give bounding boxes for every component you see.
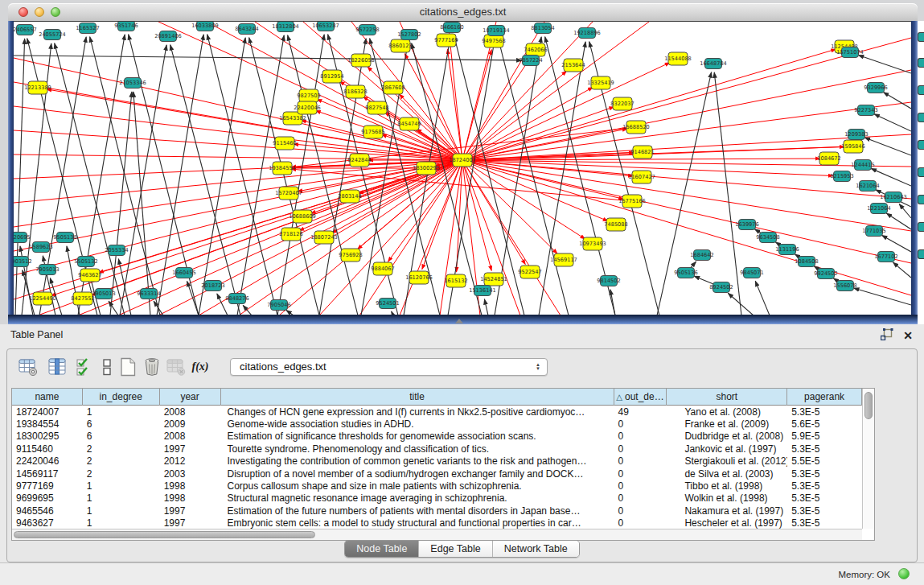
table-row[interactable]: 946362711997Embryonic stem cells: a mode… (12, 517, 862, 529)
graph-node[interactable]: 9884067 (371, 262, 394, 275)
graph-node[interactable]: 13325419 (587, 76, 614, 89)
graph-node[interactable]: 1639976 (735, 220, 758, 230)
graph-node[interactable]: 15775166 (618, 195, 646, 208)
graph-node[interactable]: 2520695 (14, 233, 31, 243)
table-mode-icon[interactable] (17, 355, 39, 379)
graph-node[interactable]: 11607427 (628, 171, 655, 183)
show-columns-icon[interactable] (46, 355, 68, 379)
graph-node[interactable]: 16648784 (700, 59, 727, 69)
graph-node[interactable]: 8860123 (388, 39, 412, 52)
graph-node[interactable]: 8813054 (531, 23, 554, 34)
graph-node[interactable]: 1589623 (29, 242, 52, 253)
graph-node[interactable]: 12213389 (24, 81, 51, 94)
graph-node[interactable]: 10973493 (579, 237, 606, 250)
network-canvas[interactable]: 1872400788601231822605889129549827503165… (14, 21, 911, 315)
tab-node-table[interactable]: Node Table (345, 541, 418, 557)
graph-node[interactable]: 1084672 (817, 152, 840, 165)
graph-node[interactable]: 9146821 (630, 146, 654, 159)
graph-node[interactable]: 8322037 (610, 97, 634, 110)
graph-node[interactable]: 7485088 (604, 218, 627, 231)
graph-node[interactable]: 18724007 (449, 154, 476, 167)
graph-node[interactable]: 14524851 (480, 273, 507, 286)
graph-node[interactable]: 9522547 (518, 266, 541, 278)
graph-node[interactable]: 9463627 (78, 269, 101, 282)
graph-node[interactable]: 19218896 (573, 28, 601, 39)
column-header-in_degree[interactable]: in_degree (83, 389, 160, 406)
graph-node[interactable]: 1660455 (172, 268, 195, 278)
table-selector[interactable]: citations_edges.txt ▲▼ (230, 358, 548, 376)
graph-node[interactable]: 21053346 (119, 78, 146, 89)
graph-node[interactable]: 2018723 (201, 281, 224, 291)
graph-node[interactable]: 9756928 (339, 249, 362, 262)
graph-node[interactable]: 8848276 (225, 294, 248, 304)
graph-node[interactable]: 8186328 (343, 85, 367, 98)
graph-node[interactable]: 9845071 (740, 268, 763, 278)
graph-node[interactable]: 1677102 (874, 252, 897, 262)
graph-node[interactable]: 19384554 (269, 162, 296, 175)
graph-node[interactable]: 18807243 (310, 231, 338, 244)
graph-node[interactable]: 2055334 (105, 245, 128, 256)
graph-node[interactable]: 1621064 (856, 181, 879, 192)
vertical-scrollbar[interactable] (862, 389, 874, 529)
graph-node[interactable]: 9524501 (376, 299, 399, 309)
graph-node[interactable]: 9634508 (756, 233, 779, 243)
graph-node[interactable]: 2803144 (338, 190, 361, 203)
graph-node[interactable]: 10653287 (312, 22, 339, 31)
table-row[interactable]: 1938455462009Genome-wide association stu… (12, 418, 862, 430)
function-builder-icon[interactable]: f(x) (189, 355, 211, 379)
delete-column-icon[interactable] (141, 355, 163, 379)
graph-node[interactable]: 12254490 (29, 292, 56, 305)
graph-node[interactable]: 9633314 (137, 289, 160, 299)
graph-node[interactable]: 9497568 (482, 35, 505, 47)
graph-node[interactable]: 15720407 (275, 187, 302, 200)
graph-node[interactable]: 1615132 (444, 274, 467, 287)
graph-node[interactable]: 9242844 (347, 154, 371, 167)
graph-node[interactable]: 20891406 (154, 31, 182, 42)
graph-node[interactable]: 9924502 (814, 269, 837, 279)
graph-node[interactable]: 9505136 (674, 268, 697, 278)
graph-node[interactable]: 1221064 (867, 204, 890, 214)
graph-node[interactable]: 9115460 (273, 137, 296, 150)
graph-node[interactable]: 8454749 (397, 117, 421, 130)
table-row[interactable]: 1830029562008Estimation of significance … (12, 431, 862, 443)
graph-node[interactable]: 8215953 (830, 171, 853, 182)
column-header-out_de[interactable]: △out_de… (614, 389, 667, 406)
close-panel-button[interactable]: ✕ (903, 329, 913, 342)
graph-node[interactable]: 10688609 (289, 210, 316, 223)
graph-node[interactable]: 9175685 (361, 126, 384, 138)
vertical-scrollbar-thumb[interactable] (864, 392, 873, 419)
graph-node[interactable]: 18312804 (272, 22, 299, 32)
create-column-icon[interactable] (117, 355, 139, 379)
graph-node[interactable]: 18226058 (347, 54, 375, 67)
graph-node[interactable]: 1684642 (690, 250, 713, 261)
graph-node[interactable]: 1905013 (92, 289, 115, 299)
selection-mode-icon[interactable] (96, 355, 118, 379)
table-row[interactable]: 2242004622012Investigating the contribut… (12, 455, 862, 468)
graph-node[interactable]: 16033809 (191, 22, 219, 31)
graph-node[interactable]: 9572258 (355, 25, 379, 35)
table-row[interactable]: 946554611997Estimation of the future num… (12, 505, 862, 517)
graph-node[interactable]: 2406557 (14, 25, 37, 35)
select-all-icon[interactable] (73, 355, 96, 379)
column-header-year[interactable]: year (160, 389, 221, 406)
tab-network-table[interactable]: Network Table (492, 541, 579, 557)
tab-edge-table[interactable]: Edge Table (418, 541, 491, 557)
graph-node[interactable]: 1244415 (851, 160, 874, 171)
graph-node[interactable]: 8912954 (320, 70, 343, 83)
graph-node[interactable]: 7462066 (524, 43, 547, 56)
horizontal-scrollbar[interactable] (12, 529, 862, 540)
graph-node[interactable]: 9814502 (597, 276, 620, 286)
graph-node[interactable]: 1595846 (841, 140, 864, 153)
graph-node[interactable]: 24055724 (39, 30, 66, 40)
column-header-name[interactable]: name (12, 389, 83, 406)
graph-node[interactable]: 7857224 (519, 56, 542, 66)
graph-node[interactable]: 15136141 (469, 286, 496, 296)
graph-node[interactable]: 2903512 (14, 257, 32, 267)
graph-node[interactable]: 1556078 (833, 281, 856, 291)
graph-node[interactable]: 1527802 (397, 30, 421, 40)
table-row[interactable]: 977716911998Corpus callosum shape and si… (12, 480, 862, 492)
graph-node[interactable]: 5505132 (74, 257, 97, 267)
graph-node[interactable]: 15688520 (622, 121, 650, 134)
table-row[interactable]: 911546021997Tourette syndrome. Phenomeno… (12, 443, 862, 455)
splitter-handle[interactable] (455, 319, 463, 323)
